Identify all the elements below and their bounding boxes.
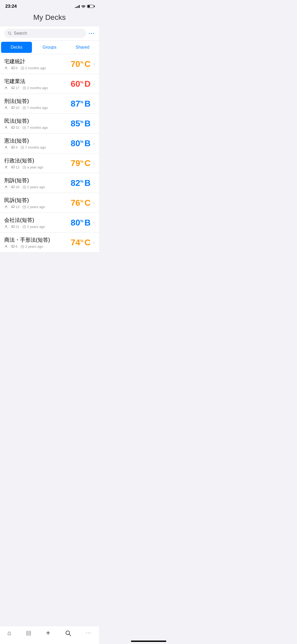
svg-rect-28 bbox=[12, 146, 15, 148]
deck-cards-count: 6 bbox=[11, 66, 17, 70]
deck-meta: 13 2 years ago bbox=[4, 205, 71, 209]
deck-info: 刑訴(短答) 18 bbox=[4, 177, 71, 189]
deck-user-icon bbox=[4, 66, 8, 70]
deck-name: 宅建業法 bbox=[4, 78, 71, 85]
deck-user-icon bbox=[4, 185, 8, 189]
deck-cards-count: 31 bbox=[11, 126, 19, 130]
deck-item[interactable]: 刑法(短答) 10 bbox=[0, 94, 99, 114]
deck-meta: 21 2 years ago bbox=[4, 225, 71, 229]
deck-cards-count: 6 bbox=[11, 245, 17, 249]
svg-point-2 bbox=[6, 67, 7, 68]
header: My Decks bbox=[0, 11, 99, 26]
search-input-wrapper[interactable] bbox=[4, 29, 86, 38]
deck-time: 7 months ago bbox=[22, 126, 48, 130]
deck-user-icon bbox=[4, 126, 8, 130]
deck-info: 行政法(短答) 12 bbox=[4, 157, 71, 169]
deck-meta: 6 2 months ago bbox=[4, 66, 71, 70]
deck-item[interactable]: 会社法(短答) 21 bbox=[0, 213, 99, 233]
deck-time: 2 years ago bbox=[22, 205, 45, 209]
svg-point-38 bbox=[6, 186, 7, 187]
svg-rect-4 bbox=[12, 67, 15, 68]
deck-score: 79% C › bbox=[71, 158, 95, 168]
deck-time: 2 years ago bbox=[22, 225, 45, 229]
score-number: 60% bbox=[71, 79, 83, 89]
deck-list: 宅建統計 6 bbox=[0, 54, 99, 252]
deck-cards-count: 13 bbox=[11, 205, 19, 209]
deck-user-icon bbox=[4, 205, 8, 209]
deck-cards-count: 4 bbox=[11, 145, 17, 149]
score-grade: C bbox=[84, 238, 91, 247]
deck-name: 行政法(短答) bbox=[4, 157, 71, 164]
deck-time: 7 months ago bbox=[21, 145, 46, 149]
signal-icon bbox=[75, 5, 80, 8]
deck-item[interactable]: 宅建業法 17 bbox=[0, 74, 99, 94]
svg-rect-22 bbox=[12, 126, 15, 128]
deck-name: 民訴(短答) bbox=[4, 197, 71, 204]
deck-item[interactable]: 刑訴(短答) 18 bbox=[0, 173, 99, 193]
svg-point-32 bbox=[6, 166, 7, 167]
chevron-right-icon: › bbox=[93, 160, 95, 166]
chevron-right-icon: › bbox=[93, 180, 95, 186]
tab-decks[interactable]: Decks bbox=[1, 42, 32, 53]
chevron-right-icon: › bbox=[93, 61, 95, 67]
deck-info: 商法・手形法(短答) 6 bbox=[4, 236, 71, 249]
score-number: 80% bbox=[71, 139, 83, 148]
page-title: My Decks bbox=[5, 13, 94, 22]
deck-cards-count: 18 bbox=[11, 185, 19, 189]
deck-name: 商法・手形法(短答) bbox=[4, 236, 71, 243]
deck-item[interactable]: 商法・手形法(短答) 6 bbox=[0, 233, 99, 252]
deck-item[interactable]: 行政法(短答) 12 bbox=[0, 153, 99, 173]
deck-user-icon bbox=[4, 146, 8, 149]
deck-meta: 12 a year ago bbox=[4, 165, 71, 169]
deck-user-icon bbox=[4, 86, 8, 90]
deck-item[interactable]: 宅建統計 6 bbox=[0, 54, 99, 74]
deck-info: 民法(短答) 31 bbox=[4, 117, 71, 130]
deck-meta: 18 2 years ago bbox=[4, 185, 71, 189]
score-number: 87% bbox=[71, 99, 83, 109]
svg-rect-34 bbox=[12, 166, 15, 168]
deck-cards-count: 17 bbox=[11, 86, 19, 90]
deck-info: 会社法(短答) 21 bbox=[4, 217, 71, 229]
deck-score: 70% C › bbox=[71, 59, 95, 69]
deck-item[interactable]: 民訴(短答) 13 bbox=[0, 193, 99, 213]
svg-rect-16 bbox=[12, 106, 15, 108]
score-number: 79% bbox=[71, 158, 83, 168]
deck-item[interactable]: 憲法(短答) 4 bbox=[0, 134, 99, 153]
score-number: 70% bbox=[71, 59, 83, 69]
more-options-button[interactable]: ··· bbox=[89, 30, 95, 36]
chevron-right-icon: › bbox=[93, 121, 95, 126]
status-icons bbox=[75, 5, 94, 8]
score-grade: B bbox=[84, 139, 91, 148]
search-bar[interactable]: ··· bbox=[0, 26, 99, 41]
deck-score: 87% B › bbox=[71, 99, 95, 109]
deck-score: 85% B › bbox=[71, 119, 95, 128]
score-percent: % bbox=[80, 80, 83, 84]
svg-point-14 bbox=[6, 107, 7, 108]
deck-name: 刑法(短答) bbox=[4, 98, 71, 105]
score-number: 74% bbox=[71, 238, 83, 247]
score-grade: B bbox=[84, 119, 91, 128]
tab-groups[interactable]: Groups bbox=[34, 42, 65, 53]
search-icon bbox=[8, 31, 12, 35]
wifi-icon bbox=[81, 5, 86, 8]
search-input[interactable] bbox=[14, 31, 82, 36]
score-percent: % bbox=[80, 100, 83, 104]
score-number: 76% bbox=[71, 198, 83, 208]
score-percent: % bbox=[80, 239, 83, 243]
score-percent: % bbox=[80, 159, 83, 164]
deck-meta: 4 7 months ago bbox=[4, 145, 71, 149]
tab-shared[interactable]: Shared bbox=[67, 42, 98, 53]
deck-name: 刑訴(短答) bbox=[4, 177, 71, 184]
score-number: 80% bbox=[71, 218, 83, 228]
deck-cards-count: 12 bbox=[11, 165, 19, 169]
deck-time: 7 months ago bbox=[22, 106, 48, 110]
deck-user-icon bbox=[4, 225, 8, 229]
score-percent: % bbox=[80, 120, 83, 124]
score-grade: B bbox=[84, 99, 91, 109]
deck-meta: 31 7 months ago bbox=[4, 126, 71, 130]
chevron-right-icon: › bbox=[93, 101, 95, 107]
score-number: 85% bbox=[71, 119, 83, 128]
deck-user-icon bbox=[4, 245, 8, 249]
deck-time: 2 months ago bbox=[22, 86, 48, 90]
deck-item[interactable]: 民法(短答) 31 bbox=[0, 114, 99, 134]
